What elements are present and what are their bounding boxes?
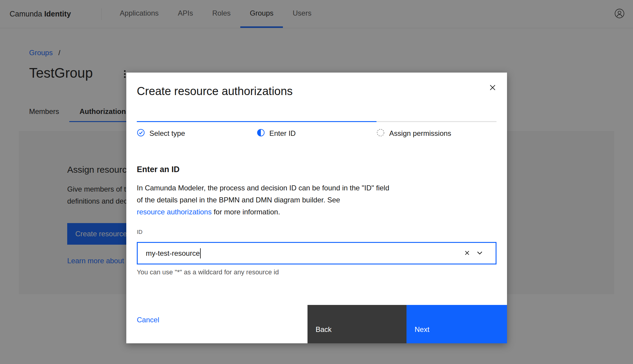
modal-title: Create resource authorizations <box>126 73 507 98</box>
id-input-value: my-test-resource <box>146 249 200 258</box>
create-resource-authorizations-modal: Create resource authorizations Select ty… <box>126 73 507 343</box>
id-helper-text: You can use "*" as a wildcard for any re… <box>137 268 496 276</box>
description-line2: of the details panel in the BPMN and DMN… <box>137 196 340 204</box>
progress-step-assign-permissions[interactable]: Assign permissions <box>376 121 496 138</box>
app-viewport: Camunda Identity Applications APIs Roles… <box>0 0 633 364</box>
description-line3-suffix: for more information. <box>212 208 280 216</box>
progress-indicator: Select type Enter ID Assign permissio <box>137 121 496 138</box>
step-incomplete-icon <box>376 129 385 138</box>
back-button[interactable]: Back <box>308 305 406 343</box>
modal-footer: Cancel Back Next <box>126 305 507 343</box>
footer-spacer <box>159 305 308 343</box>
close-icon <box>488 88 497 93</box>
progress-step-select-type[interactable]: Select type <box>137 121 257 138</box>
step-label: Assign permissions <box>389 129 451 138</box>
id-field-label: ID <box>137 229 496 235</box>
clear-input-button[interactable] <box>464 249 471 257</box>
enter-id-description: In Camunda Modeler, the process and deci… <box>137 182 496 218</box>
progress-step-enter-id[interactable]: Enter ID <box>257 121 377 138</box>
modal-close-button[interactable] <box>485 80 500 96</box>
next-button[interactable]: Next <box>406 305 507 343</box>
combobox-toggle-button[interactable] <box>476 249 484 258</box>
id-combobox-input[interactable]: my-test-resource <box>137 242 496 264</box>
clear-icon <box>464 249 471 257</box>
step-current-icon <box>257 129 265 138</box>
enter-id-heading: Enter an ID <box>137 165 496 174</box>
cancel-button[interactable]: Cancel <box>137 305 159 343</box>
text-cursor <box>200 248 201 258</box>
step-complete-icon <box>137 129 145 138</box>
modal-body: Enter an ID In Camunda Modeler, the proc… <box>126 165 507 276</box>
resource-authorizations-link[interactable]: resource authorizations <box>137 208 212 216</box>
chevron-down-icon <box>476 249 484 258</box>
step-label: Enter ID <box>269 129 296 138</box>
description-line1: In Camunda Modeler, the process and deci… <box>137 184 389 192</box>
step-label: Select type <box>149 129 185 138</box>
